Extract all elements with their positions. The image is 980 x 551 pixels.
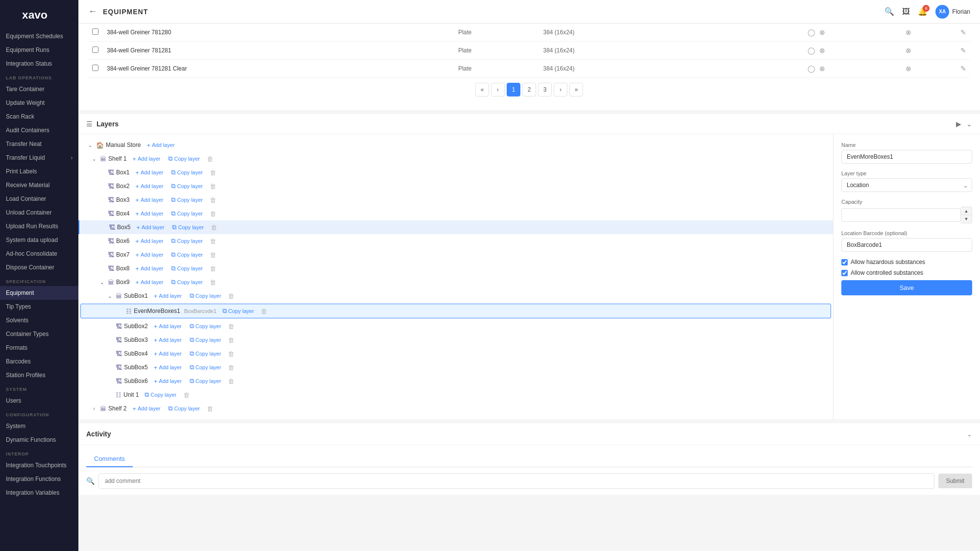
- add-layer-btn[interactable]: + Add layer: [133, 182, 165, 191]
- copy-layer-btn[interactable]: ⧉ Copy layer: [169, 195, 205, 205]
- tree-node-box4[interactable]: 🏗 Box4 + Add layer⧉ Copy layer🗑: [78, 207, 833, 220]
- add-layer-btn[interactable]: + Add layer: [133, 264, 165, 273]
- sidebar-item-transfer-liquid[interactable]: Transfer Liquid›: [0, 151, 78, 165]
- circle-icon[interactable]: ◯: [808, 65, 815, 72]
- notification-button[interactable]: 🔔 6: [918, 7, 928, 16]
- row-checkbox[interactable]: [92, 47, 98, 53]
- save-button[interactable]: Save: [841, 280, 972, 295]
- tree-node-box2[interactable]: 🏗 Box2 + Add layer⧉ Copy layer🗑: [78, 179, 833, 193]
- activity-header[interactable]: Activity ⌄: [78, 423, 980, 445]
- block-icon[interactable]: ⊗: [819, 28, 825, 36]
- controlled-checkbox[interactable]: [841, 270, 848, 276]
- panel-name-input[interactable]: [841, 150, 972, 164]
- controlled-label[interactable]: Allow controlled substances: [851, 269, 923, 276]
- delete-layer-button[interactable]: 🗑: [227, 377, 235, 386]
- hazardous-label[interactable]: Allow hazardous substances: [851, 259, 925, 265]
- copy-layer-btn[interactable]: ⧉ Copy layer: [169, 236, 205, 246]
- pagination-first[interactable]: «: [475, 83, 489, 96]
- sidebar-item-equipment-schedules[interactable]: Equipment Schedules: [0, 29, 78, 43]
- add-layer-btn[interactable]: + Add layer: [152, 349, 184, 359]
- tree-node-subbox5[interactable]: 🏗 SubBox5 + Add layer⧉ Copy layer🗑: [78, 360, 833, 374]
- sidebar-item-equipment[interactable]: Equipment: [0, 286, 78, 300]
- sidebar-item-receive-material[interactable]: Receive Material: [0, 178, 78, 192]
- tree-node-box5[interactable]: 🏗 Box5 + Add layer⧉ Copy layer🗑: [78, 220, 833, 234]
- tree-node-subbox4[interactable]: 🏗 SubBox4 + Add layer⧉ Copy layer🗑: [78, 347, 833, 360]
- delete-layer-button[interactable]: 🗑: [209, 195, 217, 205]
- sidebar-item-load-container[interactable]: Load Container: [0, 192, 78, 206]
- copy-layer-btn[interactable]: ⧉ Copy layer: [169, 168, 205, 177]
- copy-layer-btn[interactable]: ⧉ Copy layer: [188, 291, 223, 301]
- delete-layer-button[interactable]: 🗑: [209, 182, 217, 191]
- block-icon-2[interactable]: ⊗: [906, 47, 911, 54]
- tree-node-leaf-evenmoreboxes1[interactable]: ☷ EvenMoreBoxes1 BoxBarcode1 ⧉ Copy laye…: [80, 304, 831, 318]
- collapse-toggle[interactable]: ⌄: [106, 292, 114, 300]
- sidebar-item-tip-types[interactable]: Tip Types: [0, 300, 78, 313]
- pagination-page-3[interactable]: 3: [538, 83, 552, 96]
- add-layer-btn[interactable]: + Add layer: [133, 237, 165, 246]
- comment-input[interactable]: [98, 473, 934, 489]
- copy-layer-btn[interactable]: ⧉ Copy layer: [166, 154, 202, 164]
- pagination-page-1[interactable]: 1: [507, 83, 520, 96]
- tree-node-box9[interactable]: ⌄ 🏛 Box9 + Add layer⧉ Copy layer🗑: [78, 275, 833, 289]
- add-layer-btn[interactable]: + Add layer: [152, 363, 184, 372]
- add-layer-btn[interactable]: + Add layer: [130, 154, 162, 164]
- add-layer-button[interactable]: + Add layer: [145, 141, 176, 150]
- add-layer-btn[interactable]: + Add layer: [134, 223, 166, 232]
- tree-node-box8[interactable]: 🏗 Box8 + Add layer⧉ Copy layer🗑: [78, 262, 833, 275]
- sidebar-item-update-weight[interactable]: Update Weight: [0, 96, 78, 110]
- sidebar-item-users[interactable]: Users: [0, 394, 78, 407]
- back-button[interactable]: ←: [88, 6, 97, 17]
- copy-layer-btn[interactable]: ⧉ Copy layer: [166, 404, 202, 413]
- delete-layer-button[interactable]: 🗑: [206, 404, 214, 413]
- search-icon[interactable]: 🔍: [884, 7, 894, 16]
- row-checkbox[interactable]: [92, 65, 98, 71]
- copy-layer-btn[interactable]: ⧉ Copy layer: [169, 181, 205, 191]
- delete-layer-button[interactable]: 🗑: [209, 264, 217, 273]
- sidebar-item-print-labels[interactable]: Print Labels: [0, 165, 78, 178]
- sidebar-item-system-config[interactable]: System: [0, 419, 78, 433]
- add-layer-btn[interactable]: + Add layer: [152, 335, 184, 345]
- copy-layer-btn[interactable]: ⧉ Copy layer: [188, 335, 223, 345]
- copy-layer-btn[interactable]: ⧉ Copy layer: [188, 376, 223, 386]
- user-chip[interactable]: XA Florian: [935, 5, 970, 19]
- submit-button[interactable]: Submit: [938, 474, 972, 488]
- panel-capacity-input[interactable]: [841, 208, 961, 222]
- sidebar-item-upload-run-results[interactable]: Upload Run Results: [0, 219, 78, 233]
- add-layer-btn[interactable]: + Add layer: [133, 278, 165, 287]
- delete-layer-button[interactable]: 🗑: [209, 250, 217, 260]
- delete-layer-button[interactable]: 🗑: [209, 209, 217, 218]
- monitor-icon[interactable]: 🖼: [902, 7, 910, 16]
- collapse-toggle[interactable]: ⌄: [90, 155, 98, 163]
- edit-icon[interactable]: ✎: [960, 65, 966, 72]
- tree-node-shelf-2[interactable]: › 🏛 Shelf 2 + Add layer⧉ Copy layer🗑: [78, 402, 833, 415]
- capacity-increment-button[interactable]: ▲: [961, 207, 972, 215]
- delete-layer-button[interactable]: 🗑: [182, 390, 191, 400]
- delete-layer-button[interactable]: 🗑: [227, 291, 235, 301]
- copy-layer-btn[interactable]: ⧉ Copy layer: [169, 209, 205, 218]
- delete-layer-button[interactable]: 🗑: [227, 335, 235, 345]
- pagination-next[interactable]: ›: [554, 83, 567, 96]
- tree-node-subbox1[interactable]: ⌄ 🏛 SubBox1 + Add layer⧉ Copy layer🗑: [78, 289, 833, 303]
- tree-node-box3[interactable]: 🏗 Box3 + Add layer⧉ Copy layer🗑: [78, 193, 833, 207]
- panel-barcode-input[interactable]: [841, 238, 972, 252]
- copy-layer-btn[interactable]: ⧉ Copy layer: [143, 390, 178, 400]
- delete-layer-button[interactable]: 🗑: [260, 307, 268, 316]
- tree-node-shelf-1[interactable]: ⌄ 🏛 Shelf 1 + Add layer⧉ Copy layer🗑: [78, 152, 833, 166]
- copy-layer-btn[interactable]: ⧉ Copy layer: [188, 321, 223, 331]
- edit-icon[interactable]: ✎: [960, 47, 966, 54]
- collapse-icon[interactable]: ⌄: [966, 120, 972, 128]
- tree-node-box6[interactable]: 🏗 Box6 + Add layer⧉ Copy layer🗑: [78, 234, 833, 248]
- play-icon[interactable]: ▶: [956, 120, 961, 128]
- sidebar-item-solvents[interactable]: Solvents: [0, 313, 78, 327]
- pagination-prev[interactable]: ‹: [491, 83, 505, 96]
- tree-node-subbox6[interactable]: 🏗 SubBox6 + Add layer⧉ Copy layer🗑: [78, 374, 833, 388]
- tree-node-box1[interactable]: 🏗 Box1 + Add layer⧉ Copy layer🗑: [78, 166, 833, 179]
- sidebar-item-unload-container[interactable]: Unload Container: [0, 206, 78, 219]
- copy-layer-btn[interactable]: ⧉ Copy layer: [188, 362, 223, 372]
- circle-icon[interactable]: ◯: [808, 28, 815, 36]
- sidebar-item-integration-variables[interactable]: Integration Variables: [0, 486, 78, 500]
- tree-node-manual-store[interactable]: ⌄ 🏠 Manual Store + Add layer: [78, 138, 833, 152]
- tree-node-unit1[interactable]: ☷ Unit 1 ⧉ Copy layer🗑: [78, 388, 833, 402]
- delete-layer-button[interactable]: 🗑: [206, 154, 214, 164]
- edit-icon[interactable]: ✎: [960, 28, 966, 36]
